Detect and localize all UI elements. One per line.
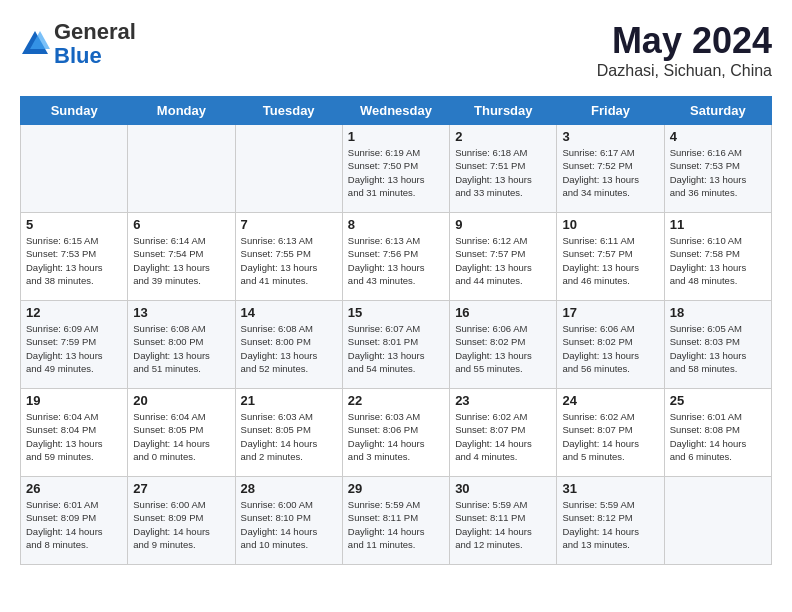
day-number: 13 (133, 305, 229, 320)
day-info: Sunrise: 6:18 AM Sunset: 7:51 PM Dayligh… (455, 146, 551, 199)
day-number: 14 (241, 305, 337, 320)
calendar-header: SundayMondayTuesdayWednesdayThursdayFrid… (21, 97, 772, 125)
day-number: 26 (26, 481, 122, 496)
calendar-table: SundayMondayTuesdayWednesdayThursdayFrid… (20, 96, 772, 565)
calendar-week-4: 19Sunrise: 6:04 AM Sunset: 8:04 PM Dayli… (21, 389, 772, 477)
day-info: Sunrise: 6:17 AM Sunset: 7:52 PM Dayligh… (562, 146, 658, 199)
day-info: Sunrise: 5:59 AM Sunset: 8:11 PM Dayligh… (348, 498, 444, 551)
calendar-cell: 16Sunrise: 6:06 AM Sunset: 8:02 PM Dayli… (450, 301, 557, 389)
calendar-cell: 1Sunrise: 6:19 AM Sunset: 7:50 PM Daylig… (342, 125, 449, 213)
day-info: Sunrise: 6:00 AM Sunset: 8:09 PM Dayligh… (133, 498, 229, 551)
calendar-cell (664, 477, 771, 565)
day-info: Sunrise: 6:08 AM Sunset: 8:00 PM Dayligh… (133, 322, 229, 375)
day-number: 1 (348, 129, 444, 144)
day-number: 4 (670, 129, 766, 144)
day-info: Sunrise: 6:14 AM Sunset: 7:54 PM Dayligh… (133, 234, 229, 287)
day-number: 17 (562, 305, 658, 320)
calendar-cell: 30Sunrise: 5:59 AM Sunset: 8:11 PM Dayli… (450, 477, 557, 565)
day-number: 3 (562, 129, 658, 144)
calendar-cell: 28Sunrise: 6:00 AM Sunset: 8:10 PM Dayli… (235, 477, 342, 565)
calendar-cell (128, 125, 235, 213)
calendar-cell: 10Sunrise: 6:11 AM Sunset: 7:57 PM Dayli… (557, 213, 664, 301)
day-info: Sunrise: 6:13 AM Sunset: 7:56 PM Dayligh… (348, 234, 444, 287)
logo: General Blue (20, 20, 136, 68)
calendar-week-5: 26Sunrise: 6:01 AM Sunset: 8:09 PM Dayli… (21, 477, 772, 565)
weekday-header-saturday: Saturday (664, 97, 771, 125)
day-info: Sunrise: 6:02 AM Sunset: 8:07 PM Dayligh… (455, 410, 551, 463)
day-info: Sunrise: 5:59 AM Sunset: 8:11 PM Dayligh… (455, 498, 551, 551)
calendar-cell: 13Sunrise: 6:08 AM Sunset: 8:00 PM Dayli… (128, 301, 235, 389)
weekday-header-sunday: Sunday (21, 97, 128, 125)
calendar-cell: 8Sunrise: 6:13 AM Sunset: 7:56 PM Daylig… (342, 213, 449, 301)
weekday-header-wednesday: Wednesday (342, 97, 449, 125)
calendar-week-2: 5Sunrise: 6:15 AM Sunset: 7:53 PM Daylig… (21, 213, 772, 301)
day-number: 23 (455, 393, 551, 408)
calendar-cell: 21Sunrise: 6:03 AM Sunset: 8:05 PM Dayli… (235, 389, 342, 477)
day-number: 30 (455, 481, 551, 496)
day-number: 16 (455, 305, 551, 320)
calendar-cell: 2Sunrise: 6:18 AM Sunset: 7:51 PM Daylig… (450, 125, 557, 213)
calendar-cell: 11Sunrise: 6:10 AM Sunset: 7:58 PM Dayli… (664, 213, 771, 301)
day-info: Sunrise: 6:19 AM Sunset: 7:50 PM Dayligh… (348, 146, 444, 199)
day-number: 10 (562, 217, 658, 232)
day-info: Sunrise: 6:11 AM Sunset: 7:57 PM Dayligh… (562, 234, 658, 287)
day-info: Sunrise: 6:07 AM Sunset: 8:01 PM Dayligh… (348, 322, 444, 375)
day-info: Sunrise: 6:01 AM Sunset: 8:08 PM Dayligh… (670, 410, 766, 463)
day-info: Sunrise: 6:03 AM Sunset: 8:06 PM Dayligh… (348, 410, 444, 463)
calendar-cell: 19Sunrise: 6:04 AM Sunset: 8:04 PM Dayli… (21, 389, 128, 477)
day-number: 29 (348, 481, 444, 496)
calendar-cell: 3Sunrise: 6:17 AM Sunset: 7:52 PM Daylig… (557, 125, 664, 213)
day-info: Sunrise: 6:05 AM Sunset: 8:03 PM Dayligh… (670, 322, 766, 375)
day-info: Sunrise: 6:03 AM Sunset: 8:05 PM Dayligh… (241, 410, 337, 463)
day-number: 19 (26, 393, 122, 408)
location: Dazhasi, Sichuan, China (597, 62, 772, 80)
day-number: 12 (26, 305, 122, 320)
calendar-cell: 26Sunrise: 6:01 AM Sunset: 8:09 PM Dayli… (21, 477, 128, 565)
weekday-header-tuesday: Tuesday (235, 97, 342, 125)
calendar-cell: 31Sunrise: 5:59 AM Sunset: 8:12 PM Dayli… (557, 477, 664, 565)
day-number: 25 (670, 393, 766, 408)
calendar-cell (235, 125, 342, 213)
day-number: 20 (133, 393, 229, 408)
day-number: 11 (670, 217, 766, 232)
day-info: Sunrise: 6:06 AM Sunset: 8:02 PM Dayligh… (562, 322, 658, 375)
calendar-body: 1Sunrise: 6:19 AM Sunset: 7:50 PM Daylig… (21, 125, 772, 565)
calendar-cell: 24Sunrise: 6:02 AM Sunset: 8:07 PM Dayli… (557, 389, 664, 477)
day-number: 15 (348, 305, 444, 320)
calendar-cell: 27Sunrise: 6:00 AM Sunset: 8:09 PM Dayli… (128, 477, 235, 565)
day-number: 6 (133, 217, 229, 232)
day-info: Sunrise: 6:06 AM Sunset: 8:02 PM Dayligh… (455, 322, 551, 375)
day-number: 28 (241, 481, 337, 496)
calendar-cell: 18Sunrise: 6:05 AM Sunset: 8:03 PM Dayli… (664, 301, 771, 389)
calendar-cell: 29Sunrise: 5:59 AM Sunset: 8:11 PM Dayli… (342, 477, 449, 565)
day-info: Sunrise: 6:00 AM Sunset: 8:10 PM Dayligh… (241, 498, 337, 551)
day-info: Sunrise: 6:09 AM Sunset: 7:59 PM Dayligh… (26, 322, 122, 375)
title-block: May 2024 Dazhasi, Sichuan, China (597, 20, 772, 80)
month-title: May 2024 (597, 20, 772, 62)
logo-blue-text: Blue (54, 43, 102, 68)
day-info: Sunrise: 6:01 AM Sunset: 8:09 PM Dayligh… (26, 498, 122, 551)
calendar-cell: 9Sunrise: 6:12 AM Sunset: 7:57 PM Daylig… (450, 213, 557, 301)
calendar-cell: 14Sunrise: 6:08 AM Sunset: 8:00 PM Dayli… (235, 301, 342, 389)
weekday-row: SundayMondayTuesdayWednesdayThursdayFrid… (21, 97, 772, 125)
calendar-cell: 15Sunrise: 6:07 AM Sunset: 8:01 PM Dayli… (342, 301, 449, 389)
page-header: General Blue May 2024 Dazhasi, Sichuan, … (20, 20, 772, 80)
weekday-header-monday: Monday (128, 97, 235, 125)
weekday-header-friday: Friday (557, 97, 664, 125)
day-number: 8 (348, 217, 444, 232)
calendar-cell: 6Sunrise: 6:14 AM Sunset: 7:54 PM Daylig… (128, 213, 235, 301)
day-info: Sunrise: 6:08 AM Sunset: 8:00 PM Dayligh… (241, 322, 337, 375)
logo-general-text: General (54, 19, 136, 44)
calendar-cell: 23Sunrise: 6:02 AM Sunset: 8:07 PM Dayli… (450, 389, 557, 477)
calendar-cell: 5Sunrise: 6:15 AM Sunset: 7:53 PM Daylig… (21, 213, 128, 301)
calendar-cell: 12Sunrise: 6:09 AM Sunset: 7:59 PM Dayli… (21, 301, 128, 389)
day-info: Sunrise: 6:10 AM Sunset: 7:58 PM Dayligh… (670, 234, 766, 287)
logo-icon (20, 29, 50, 59)
day-info: Sunrise: 6:04 AM Sunset: 8:05 PM Dayligh… (133, 410, 229, 463)
weekday-header-thursday: Thursday (450, 97, 557, 125)
calendar-week-1: 1Sunrise: 6:19 AM Sunset: 7:50 PM Daylig… (21, 125, 772, 213)
day-number: 27 (133, 481, 229, 496)
day-number: 31 (562, 481, 658, 496)
calendar-cell: 22Sunrise: 6:03 AM Sunset: 8:06 PM Dayli… (342, 389, 449, 477)
day-number: 24 (562, 393, 658, 408)
